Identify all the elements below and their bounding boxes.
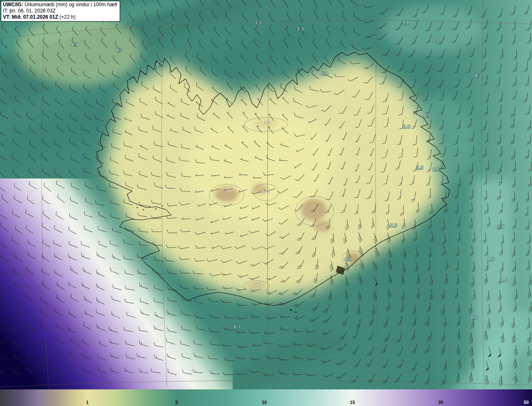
colorbar-tick-label: 1 [86,400,89,405]
value-label: 4.7 [156,62,163,67]
field-title: Úrkomumætti (mm) og vindur i 100m hæð [25,2,117,7]
map-title-line: UWC/IG: Úrkomumætti (mm) og vindur i 100… [3,2,117,8]
colorbar-tick-label: 5 [175,400,178,405]
colorbar-tick-label: 10 [262,400,267,405]
value-label: 7.1 [402,20,409,25]
value-label: 6.4 [345,257,352,262]
value-label: 2.6 [403,124,410,130]
value-label: 4.2 [475,73,482,78]
model-label: UWC/IG: [3,2,23,7]
value-label: 7.1 [432,38,439,43]
value-label: 5.3 [390,223,397,228]
init-label: IT: [3,8,8,14]
value-label: 0.5 [254,281,261,287]
valid-time-line: VT: Mið. 07.01.2026 01Z (+22 h) [3,14,117,20]
value-label: 4.6 [500,277,507,283]
colorbar-tick-label: 15 [350,400,355,405]
colorbar-tick-label: 50 [524,400,529,405]
valid-time: Mið. 07.01.2026 01Z [12,14,58,20]
value-label: 6.7 [234,324,241,330]
value-label: 3.5 [497,224,505,230]
value-label: 8.0 [470,315,478,320]
value-label: 0.5 [262,189,270,194]
title-box: UWC/IG: Úrkomumætti (mm) og vindur i 100… [1,1,120,22]
colorbar-tick-label: 30 [438,400,443,405]
precip-corner-gradient [0,179,233,406]
valid-offset: (+22 h) [59,14,75,20]
init-time-line: IT: þri. 06. 01. 2026 03Z [3,8,117,14]
value-label: 4.7 [115,48,123,53]
value-label: 3.3 [254,20,262,25]
value-label: 2.5 [416,165,424,171]
value-label: 0.5 [264,120,271,125]
value-label: 8.2 [487,257,495,262]
value-label: 3.3 [296,26,304,32]
precip-colorbar: 1510153050 [0,389,532,406]
value-label: 0.5 [225,187,233,193]
value-label: 5.0 [321,71,328,76]
value-label: 4.9 [71,42,79,47]
value-label: 6.5 [432,167,440,172]
colorbar-ticks: 1510153050 [0,389,532,406]
weather-map: 4.94.74.73.33.37.17.15.04.26.32.60.52.56… [0,0,532,406]
value-label: 6.3 [424,113,431,119]
valid-label: VT: [3,14,10,20]
init-time: þri. 06. 01. 2026 03Z [10,8,56,14]
